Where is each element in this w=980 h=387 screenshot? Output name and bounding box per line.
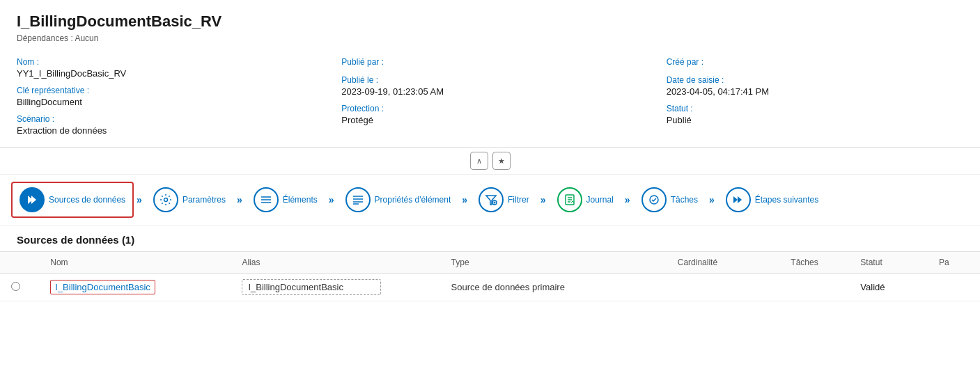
col-taches-header: Tâches (779, 252, 849, 274)
nav-step-parametres[interactable]: Paramètres (145, 182, 234, 218)
col-type-header: Type (440, 252, 667, 274)
proprietes-label: Propriétés d'élément (375, 195, 451, 205)
page: I_BillingDocumentBasic_RV Dépendances : … (0, 0, 980, 387)
filtrer-icon (479, 187, 504, 212)
arrow-5: » (538, 194, 549, 205)
col-alias-header: Alias (231, 252, 440, 274)
svg-marker-1 (31, 196, 36, 204)
meta-date-saisie-label: Date de saisie : (667, 75, 963, 85)
svg-point-2 (164, 198, 167, 202)
data-table-wrapper: Nom Alias Type Cardinalité Tâches Statut… (0, 251, 980, 301)
col-pa-header: Pa (928, 252, 980, 274)
dependencies-value: Aucun (75, 33, 98, 43)
row-alias-cell (231, 274, 440, 301)
sources-label: Sources de données (49, 195, 125, 205)
meta-scenario: Scénario : Extraction de données (17, 114, 313, 136)
svg-marker-19 (733, 196, 738, 203)
row-nom-link[interactable]: I_BillingDocumentBasic (50, 280, 155, 294)
header: I_BillingDocumentBasic_RV Dépendances : … (0, 0, 980, 50)
journal-label: Journal (586, 195, 614, 205)
etapes-label: Étapes suivantes (755, 195, 818, 205)
row-pa-cell (928, 274, 980, 301)
elements-label: Éléments (283, 195, 318, 205)
meta-date-saisie: Date de saisie : 2023-04-05, 04:17:41 PM (667, 75, 963, 97)
meta-cle-value: BillingDocument (17, 97, 313, 107)
row-statut-cell: Validé (849, 274, 928, 301)
journal-icon (557, 187, 582, 212)
section-title: Sources de données (1) (0, 226, 980, 251)
svg-marker-20 (738, 196, 742, 203)
collapse-up-button[interactable]: ∧ (470, 152, 488, 170)
taches-icon (641, 187, 667, 212)
meta-cree-par: Créé par : (667, 57, 963, 68)
nav-step-filtrer[interactable]: Filtrer (470, 182, 538, 218)
meta-publie-par: Publié par : (341, 57, 638, 68)
sources-table: Nom Alias Type Cardinalité Tâches Statut… (0, 251, 980, 301)
meta-scenario-label: Scénario : (17, 114, 313, 124)
meta-publie-par-label: Publié par : (341, 57, 638, 67)
arrow-4: » (459, 194, 470, 205)
row-cardinalite-cell (667, 274, 780, 301)
meta-cle: Clé représentative : BillingDocument (17, 86, 313, 107)
meta-cle-label: Clé représentative : (17, 86, 313, 95)
nav-step-proprietes[interactable]: Propriétés d'élément (337, 182, 460, 218)
pin-button[interactable]: ★ (492, 152, 511, 170)
row-nom-cell: I_BillingDocumentBasic (39, 274, 231, 301)
nav-step-etapes[interactable]: Étapes suivantes (717, 182, 827, 218)
meta-nom: Nom : YY1_I_BillingDocBasic_RV (17, 57, 313, 79)
arrow-7: » (706, 194, 717, 205)
table-row: I_BillingDocumentBasic Source de données… (0, 274, 980, 301)
metadata-section: Nom : YY1_I_BillingDocBasic_RV Clé repré… (0, 50, 980, 147)
dependencies-label: Dépendances : (17, 33, 73, 43)
nav-step-journal[interactable]: Journal (549, 182, 622, 218)
meta-protection-value: Protégé (341, 115, 638, 125)
row-type-cell: Source de données primaire (440, 274, 667, 301)
collapse-controls: ∧ ★ (0, 148, 980, 174)
proprietes-icon (345, 187, 371, 212)
col-statut-header: Statut (849, 252, 928, 274)
meta-scenario-value: Extraction de données (17, 125, 313, 136)
meta-publie-le-value: 2023-09-19, 01:23:05 AM (341, 86, 638, 97)
parametres-label: Paramètres (182, 195, 226, 205)
row-radio[interactable] (11, 282, 20, 291)
col-nom-header: Nom (39, 252, 231, 274)
arrow-2: » (234, 194, 245, 205)
sources-icon (20, 187, 45, 212)
dependencies: Dépendances : Aucun (17, 33, 963, 43)
meta-nom-value: YY1_I_BillingDocBasic_RV (17, 68, 313, 79)
row-taches-cell (779, 274, 849, 301)
arrow-1: » (134, 194, 145, 205)
nav-step-taches[interactable]: Tâches (633, 182, 706, 218)
arrow-3: » (326, 194, 337, 205)
meta-statut-value: Publié (667, 115, 963, 125)
parametres-icon (153, 187, 178, 212)
meta-statut-label: Statut : (667, 104, 963, 113)
metadata-col2: Publié par : Publié le : 2023-09-19, 01:… (341, 57, 638, 136)
taches-label: Tâches (671, 195, 698, 205)
meta-protection-label: Protection : (341, 104, 638, 113)
meta-protection: Protection : Protégé (341, 104, 638, 125)
row-alias-input[interactable] (242, 279, 381, 295)
elements-icon (254, 187, 279, 212)
meta-publie-le-label: Publié le : (341, 75, 638, 85)
row-radio-cell (0, 274, 39, 301)
nav-step-sources[interactable]: Sources de données (11, 182, 134, 218)
page-title: I_BillingDocumentBasic_RV (17, 13, 963, 31)
meta-publie-le: Publié le : 2023-09-19, 01:23:05 AM (341, 75, 638, 97)
arrow-6: » (622, 194, 633, 205)
metadata-col3: Créé par : Date de saisie : 2023-04-05, … (667, 57, 963, 136)
meta-date-saisie-value: 2023-04-05, 04:17:41 PM (667, 86, 963, 97)
col-card-header: Cardinalité (667, 252, 780, 274)
metadata-col1: Nom : YY1_I_BillingDocBasic_RV Clé repré… (17, 57, 313, 136)
meta-nom-label: Nom : (17, 57, 313, 67)
pipeline-nav: Sources de données » Paramètres » (0, 174, 980, 226)
meta-statut: Statut : Publié (667, 104, 963, 125)
nav-step-elements[interactable]: Éléments (245, 182, 326, 218)
etapes-icon (726, 187, 751, 212)
meta-cree-par-label: Créé par : (667, 57, 963, 67)
filtrer-label: Filtrer (508, 195, 529, 205)
col-radio-header (0, 252, 39, 274)
